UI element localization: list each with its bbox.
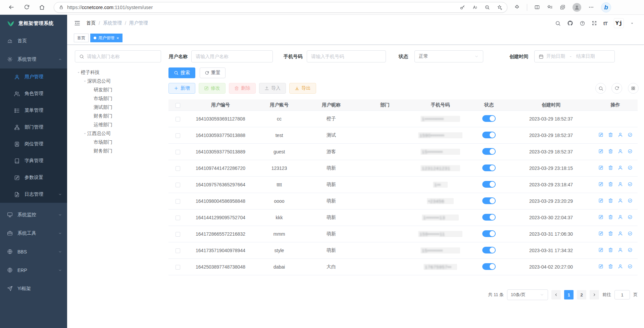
sidebar-item-dept[interactable]: 部门管理 — [0, 119, 67, 136]
reset-password-button[interactable] — [618, 231, 623, 236]
sidebar-item-yi-frame[interactable]: Yi框架 — [0, 279, 67, 298]
hamburger-icon[interactable] — [74, 20, 81, 27]
github-icon[interactable] — [567, 20, 573, 26]
status-toggle[interactable] — [482, 214, 496, 221]
status-toggle[interactable] — [482, 115, 496, 122]
help-icon[interactable] — [580, 20, 585, 26]
edit-user-button[interactable] — [598, 215, 603, 220]
tree-node[interactable]: 江西总公司 — [75, 129, 165, 138]
delete-user-button[interactable] — [608, 247, 613, 252]
reset-password-button[interactable] — [618, 165, 623, 170]
fullscreen-icon[interactable] — [592, 20, 597, 26]
status-toggle[interactable] — [482, 197, 496, 204]
edit-button[interactable]: 修改 — [199, 83, 226, 94]
row-checkbox[interactable] — [176, 248, 180, 253]
search-icon[interactable] — [555, 20, 561, 26]
assign-role-button[interactable] — [628, 198, 633, 203]
sidebar-item-dict[interactable]: 字典管理 — [0, 152, 67, 169]
delete-user-button[interactable] — [608, 215, 613, 220]
status-toggle[interactable] — [482, 263, 496, 270]
username-field[interactable] — [196, 54, 268, 59]
sidebar-item-home[interactable]: 首页 — [0, 32, 67, 50]
table-search-button[interactable] — [595, 83, 606, 94]
edit-user-button[interactable] — [598, 165, 603, 170]
reset-password-button[interactable] — [618, 264, 623, 269]
favorite-add-icon[interactable] — [497, 5, 502, 10]
assign-role-button[interactable] — [628, 247, 633, 252]
avatar-caret-icon[interactable] — [630, 21, 634, 25]
edit-user-button[interactable] — [598, 149, 603, 154]
row-checkbox[interactable] — [176, 199, 180, 204]
tree-node[interactable]: 研发部门 — [75, 86, 165, 94]
prev-page-button[interactable] — [551, 290, 561, 299]
status-toggle[interactable] — [482, 247, 496, 253]
sidebar-item-bbs[interactable]: BBS — [0, 242, 67, 261]
sidebar-item-user[interactable]: 用户管理 — [0, 68, 67, 85]
export-button[interactable]: 导出 — [289, 83, 316, 94]
sidebar-item-param[interactable]: 参数设置 — [0, 169, 67, 186]
goto-page-input[interactable] — [614, 290, 630, 299]
row-checkbox[interactable] — [176, 133, 180, 138]
next-page-button[interactable] — [590, 290, 599, 299]
status-toggle[interactable] — [482, 165, 496, 171]
row-checkbox[interactable] — [176, 166, 180, 171]
tree-node[interactable]: 深圳总公司 — [75, 77, 165, 86]
row-checkbox[interactable] — [176, 183, 180, 187]
breadcrumb-item[interactable]: 首页 — [86, 20, 96, 26]
page-size-select[interactable]: 10条/页 — [507, 289, 548, 300]
row-checkbox[interactable] — [176, 232, 180, 237]
dept-search-input[interactable] — [75, 50, 161, 62]
read-aloud-icon[interactable] — [472, 5, 478, 10]
phone-input[interactable] — [307, 50, 386, 62]
reset-password-button[interactable] — [618, 182, 623, 187]
username-input[interactable] — [191, 50, 273, 62]
extensions-icon[interactable] — [514, 4, 520, 10]
reset-password-button[interactable] — [618, 215, 623, 220]
breadcrumb-item[interactable]: 系统管理 — [103, 20, 122, 26]
add-button[interactable]: 新增 — [168, 83, 195, 94]
sidebar-item-menu[interactable]: 菜单管理 — [0, 102, 67, 119]
back-icon[interactable] — [8, 4, 14, 10]
import-button[interactable]: 导入 — [259, 83, 286, 94]
row-checkbox[interactable] — [176, 117, 180, 122]
status-toggle[interactable] — [482, 148, 496, 155]
edit-user-button[interactable] — [598, 247, 603, 252]
app-logo[interactable]: 意框架管理系统 — [0, 15, 67, 32]
delete-user-button[interactable] — [608, 264, 613, 269]
tree-node[interactable]: 运维部门 — [75, 121, 165, 129]
reset-button[interactable]: 重置 — [200, 67, 226, 78]
reset-password-button[interactable] — [618, 132, 623, 137]
caret-down-icon[interactable] — [76, 71, 81, 74]
search-button[interactable]: 搜索 — [168, 67, 195, 78]
tree-node[interactable]: 测试部门 — [75, 103, 165, 112]
delete-user-button[interactable] — [608, 198, 613, 203]
sidebar-item-tools[interactable]: 系统工具 — [0, 224, 67, 242]
edit-user-button[interactable] — [598, 231, 603, 236]
select-all-checkbox[interactable] — [176, 103, 180, 108]
reset-password-button[interactable] — [618, 247, 623, 252]
caret-down-icon[interactable] — [83, 132, 87, 135]
edit-user-button[interactable] — [598, 182, 603, 187]
user-avatar[interactable]: Yj — [614, 18, 624, 28]
sidebar-item-system[interactable]: 系统管理 — [0, 50, 67, 68]
bing-icon[interactable]: b — [601, 2, 611, 12]
tree-node[interactable]: 市场部门 — [75, 138, 165, 147]
assign-role-button[interactable] — [628, 149, 633, 154]
delete-user-button[interactable] — [608, 132, 613, 137]
date-range-input[interactable]: 开始日期 - 结束日期 — [534, 50, 615, 62]
address-bar[interactable]: https://ccnetcore.com:1101/system/user — [54, 2, 507, 13]
delete-user-button[interactable] — [608, 149, 613, 154]
page-button-2[interactable]: 2 — [577, 290, 586, 299]
status-select[interactable]: 正常 — [414, 50, 483, 62]
assign-role-button[interactable] — [628, 165, 633, 170]
delete-user-button[interactable] — [608, 231, 613, 236]
key-icon[interactable] — [460, 5, 465, 10]
sidebar-item-role[interactable]: 角色管理 — [0, 85, 67, 102]
home-icon[interactable] — [39, 4, 45, 10]
reset-password-button[interactable] — [618, 149, 623, 154]
collections-icon[interactable] — [560, 4, 565, 10]
tree-node[interactable]: 财务部门 — [75, 112, 165, 121]
row-checkbox[interactable] — [176, 265, 180, 270]
sidebar-item-erp[interactable]: ERP — [0, 261, 67, 279]
tab-user-mgmt[interactable]: 用户管理× — [90, 34, 122, 42]
